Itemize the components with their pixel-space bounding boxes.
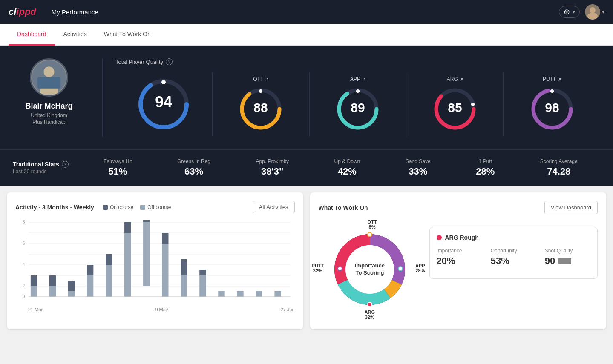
app-donut-label: APP 28% — [415, 263, 425, 273]
tab-activities[interactable]: Activities — [55, 24, 95, 46]
add-button[interactable]: ⊕ ▾ — [559, 6, 580, 18]
arg-donut-label: ARG 32% — [365, 310, 375, 320]
info-card: ARG Rough Importance 20% Opportunity 53%… — [429, 227, 598, 279]
app-gauge-svg: 89 — [334, 86, 381, 132]
svg-text:0: 0 — [23, 294, 25, 299]
tab-what-to-work-on[interactable]: What To Work On — [95, 24, 159, 46]
stat-sandsave: Sand Save 33% — [406, 158, 431, 177]
tpq-section: Total Player Quality ? 94 OTT — [107, 58, 600, 137]
svg-rect-62 — [274, 291, 281, 297]
dropdown-icon: ▾ — [573, 9, 575, 15]
stat-items: Fairways Hit 51% Greens In Reg 63% App. … — [81, 158, 600, 177]
svg-rect-55 — [181, 275, 187, 297]
svg-point-3 — [44, 66, 55, 77]
svg-rect-46 — [87, 265, 93, 275]
tab-dashboard[interactable]: Dashboard — [9, 24, 55, 46]
putt-arrow: ↗ — [558, 77, 561, 82]
plus-icon: ⊕ — [564, 8, 570, 16]
wtwo-title: What To Work On — [319, 204, 368, 211]
svg-text:89: 89 — [351, 100, 365, 115]
svg-rect-5 — [37, 77, 60, 89]
svg-rect-60 — [237, 291, 243, 297]
svg-rect-53 — [162, 244, 168, 297]
top-nav: clippd My Performance ⊕ ▾ ▾ — [0, 0, 613, 24]
svg-point-12 — [259, 89, 262, 93]
all-activities-button[interactable]: All Activities — [253, 201, 295, 213]
tpq-label: Total Player Quality ? — [115, 58, 600, 65]
stat-updown: Up & Down 42% — [334, 158, 360, 177]
trad-stats-label: Traditional Stats ? Last 20 rounds — [13, 161, 81, 175]
svg-rect-48 — [106, 254, 112, 265]
wtwo-content: Importance To Scoring OTT 8% APP 28% — [319, 218, 598, 321]
tpq-help-icon[interactable]: ? — [166, 58, 173, 65]
info-metrics: Importance 20% Opportunity 53% Shot Qual… — [437, 248, 591, 267]
logo: clippd — [9, 6, 36, 17]
svg-rect-52 — [143, 220, 150, 222]
svg-point-24 — [550, 89, 554, 93]
info-card-title: ARG Rough — [437, 234, 591, 241]
svg-text:98: 98 — [545, 100, 559, 115]
metric-importance: Importance 20% — [437, 248, 482, 267]
wtwo-header: What To Work On View Dashboard — [319, 201, 598, 214]
svg-point-0 — [590, 7, 596, 13]
app-label: APP ↗ — [350, 76, 365, 82]
ott-donut-label: OTT 8% — [368, 219, 377, 229]
svg-text:To Scoring: To Scoring — [355, 269, 384, 276]
chart-svg: 8 6 4 2 0 — [15, 220, 295, 305]
metric-shot-quality: Shot Quality 90 — [545, 248, 590, 267]
nav-title: My Performance — [52, 9, 98, 16]
app-arrow: ↗ — [362, 77, 365, 82]
svg-point-74 — [368, 302, 372, 307]
arg-gauge-svg: 85 — [432, 86, 478, 132]
putt-label: PUTT ↗ — [543, 76, 561, 82]
svg-rect-56 — [181, 259, 187, 275]
stat-gir: Greens In Reg 63% — [177, 158, 210, 177]
hero-divider — [102, 58, 103, 137]
svg-rect-61 — [256, 291, 262, 297]
chart-x-labels: 21 Mar 9 May 27 Jun — [15, 305, 295, 312]
putt-gauge-svg: 98 — [529, 86, 576, 132]
svg-rect-44 — [68, 281, 75, 291]
svg-point-8 — [161, 80, 166, 84]
info-card-dot — [437, 235, 442, 240]
stat-scoring: Scoring Average 74.28 — [540, 158, 578, 177]
ott-arrow: ↗ — [265, 77, 268, 82]
svg-point-16 — [356, 89, 360, 93]
tab-bar: Dashboard Activities What To Work On — [0, 24, 613, 46]
player-country: United Kingdom — [31, 112, 67, 118]
activity-header: Activity - 3 Months - Weekly On course O… — [15, 201, 295, 213]
stats-bar: Traditional Stats ? Last 20 rounds Fairw… — [0, 149, 613, 186]
player-info: Blair McHarg United Kingdom Plus Handica… — [13, 58, 98, 137]
arg-label: ARG ↗ — [447, 76, 463, 82]
svg-text:88: 88 — [254, 100, 268, 115]
player-handicap: Plus Handicap — [32, 119, 65, 125]
ott-gauge-svg: 88 — [237, 86, 284, 132]
on-course-dot — [103, 205, 108, 210]
bottom-panels: Activity - 3 Months - Weekly On course O… — [0, 186, 613, 336]
trad-help-icon[interactable]: ? — [62, 161, 69, 168]
stat-fairways: Fairways Hit 51% — [104, 158, 132, 177]
svg-rect-42 — [49, 275, 56, 286]
view-dashboard-button[interactable]: View Dashboard — [544, 201, 598, 214]
user-menu[interactable]: ▾ — [585, 4, 604, 20]
svg-rect-50 — [124, 222, 131, 233]
gauge-putt: PUTT ↗ 98 — [504, 72, 600, 137]
svg-rect-41 — [49, 286, 56, 297]
svg-rect-59 — [218, 291, 224, 297]
svg-point-75 — [338, 267, 342, 271]
svg-text:4: 4 — [23, 262, 25, 267]
what-to-work-on-panel: What To Work On View Dashboard — [310, 192, 607, 329]
svg-text:Importance: Importance — [354, 262, 384, 269]
svg-rect-43 — [68, 291, 75, 297]
trad-sublabel: Last 20 rounds — [13, 169, 81, 175]
svg-text:85: 85 — [448, 100, 462, 115]
metric-opportunity: Opportunity 53% — [491, 248, 536, 267]
shot-quality-bar — [558, 258, 571, 264]
user-dropdown-icon: ▾ — [602, 9, 604, 15]
player-name: Blair McHarg — [25, 102, 72, 111]
stat-oneputt: 1 Putt 28% — [476, 158, 495, 177]
svg-rect-45 — [87, 275, 93, 297]
gauge-app: APP ↗ 89 — [310, 72, 407, 137]
svg-rect-39 — [31, 286, 37, 297]
putt-donut-label: PUTT 32% — [312, 263, 324, 273]
